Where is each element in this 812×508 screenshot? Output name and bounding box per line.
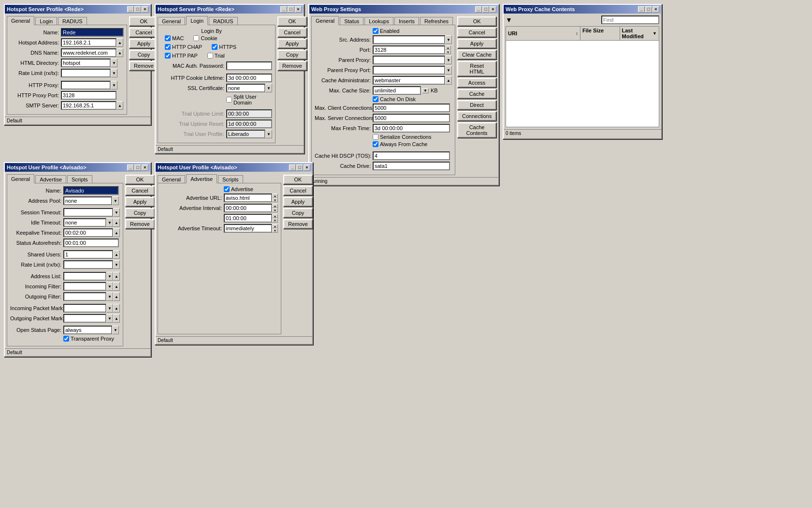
hug-address-list-scroll-btn[interactable]: ▲ [113,272,120,281]
trial-checkbox[interactable] [207,53,213,59]
hug-incoming-packet-mark-dropdown[interactable]: ▼ [106,304,113,313]
max-server-conn-input[interactable] [373,114,450,122]
apply-button-2[interactable]: Apply [277,39,307,48]
cache-contents-button[interactable]: Cache Contents [457,122,496,138]
tab-inserts-wp[interactable]: Inserts [394,17,419,25]
hug-incoming-filter-input[interactable] [63,282,106,291]
trial-user-profile-dropdown[interactable]: ▼ [265,130,272,138]
close-btn-3[interactable]: × [490,6,496,13]
hua-advertise-url-down-btn[interactable]: ▼ [272,198,278,202]
ok-button-wp[interactable]: OK [457,16,496,26]
dns-name-input[interactable] [61,48,116,57]
parent-proxy-dropdown[interactable]: ▼ [445,56,452,64]
dns-name-scroll-btn[interactable]: ▲ [116,48,123,57]
connections-button[interactable]: Connections [457,111,496,121]
hug-incoming-filter-scroll-btn[interactable]: ▲ [113,282,120,291]
reset-html-button[interactable]: Reset HTML [457,61,496,76]
tab-status-wp[interactable]: Status [340,17,363,25]
parent-proxy-port-input[interactable] [373,66,445,75]
minimize-btn-4[interactable]: _ [638,6,645,13]
apply-button-wp[interactable]: Apply [457,39,496,48]
enabled-checkbox[interactable] [373,28,378,34]
hug-incoming-filter-dropdown[interactable]: ▼ [106,282,113,291]
maximize-btn-4[interactable]: □ [645,6,652,13]
ok-button[interactable]: OK [129,16,159,26]
close-btn-5[interactable]: × [142,164,148,171]
tab-login-2[interactable]: Login [186,16,208,25]
hua-advertise-url-input[interactable] [224,194,272,202]
hug-name-input[interactable] [63,186,119,195]
apply-button[interactable]: Apply [129,39,159,48]
clear-cache-button[interactable]: Clear Cache [457,50,496,60]
port-down-btn[interactable]: ▼ [445,50,451,54]
tab-advertise-hug[interactable]: Advertise [35,175,66,183]
close-btn[interactable]: × [142,6,148,13]
trial-user-profile-input[interactable] [226,130,265,138]
cache-hit-dscp-input[interactable] [373,151,450,160]
close-btn-6[interactable]: × [304,164,310,171]
minimize-btn-6[interactable]: _ [289,164,296,171]
hug-outgoing-filter-input[interactable] [63,292,106,301]
hug-idle-timeout-scroll-btn[interactable]: ▲ [113,218,120,227]
ok-button-hua[interactable]: OK [283,175,313,184]
port-input[interactable] [373,45,445,54]
http-proxy-input[interactable] [61,81,111,90]
hua-advertise-interval-down-btn[interactable]: ▼ [272,208,278,212]
tab-scripts-hug[interactable]: Scripts [67,175,92,183]
apply-button-hug[interactable]: Apply [125,197,155,207]
http-chap-checkbox[interactable] [165,44,171,50]
hug-open-status-page-dropdown[interactable]: ▼ [112,326,119,334]
access-button[interactable]: Access [457,78,496,88]
copy-button-2[interactable]: Copy [277,50,307,60]
tab-advertise-hua[interactable]: Advertise [186,174,217,183]
maximize-btn-5[interactable]: □ [134,164,141,171]
ok-button-2[interactable]: OK [277,16,307,26]
always-from-cache-checkbox[interactable] [373,141,378,147]
trial-uptime-reset-input[interactable] [226,120,272,128]
tab-scripts-hua[interactable]: Scripts [218,175,243,183]
hotspot-address-input[interactable] [61,38,116,47]
serialize-conn-checkbox[interactable] [373,134,378,140]
hua-advertise-interval-up-btn[interactable]: ▲ [272,204,278,208]
rate-limit-dropdown[interactable]: ▼ [111,69,117,77]
http-pap-checkbox[interactable] [165,53,171,59]
hug-open-status-page-input[interactable] [63,326,112,334]
max-cache-size-input[interactable] [373,86,421,95]
cache-admin-input[interactable] [373,76,445,85]
tab-radius[interactable]: RADIUS [58,17,87,25]
hug-incoming-packet-mark-scroll-btn[interactable]: ▲ [113,304,120,313]
filter-icon[interactable]: ▼ [506,16,512,24]
max-fresh-time-input[interactable] [373,124,450,133]
tab-general-hug[interactable]: General [7,174,34,183]
ok-button-hug[interactable]: OK [125,175,155,184]
hug-status-autorefresh-input[interactable] [63,239,119,247]
minimize-btn-2[interactable]: _ [280,6,287,13]
hug-idle-timeout-dropdown[interactable]: ▼ [106,218,113,227]
cache-button[interactable]: Cache [457,89,496,99]
cancel-button-wp[interactable]: Cancel [457,28,496,37]
max-client-conn-input[interactable] [373,104,450,112]
hua-advertise-timeout-down-btn[interactable]: ▼ [272,228,278,233]
hug-outgoing-packet-mark-dropdown[interactable]: ▼ [106,314,113,323]
close-btn-4[interactable]: × [652,6,659,13]
trial-uptime-limit-input[interactable] [226,109,272,118]
hug-outgoing-filter-scroll-btn[interactable]: ▲ [113,292,120,301]
hua-advertise-interval2-up-btn[interactable]: ▲ [272,214,278,218]
ssl-cert-input[interactable] [226,84,265,92]
hug-rate-limit-dropdown[interactable]: ▼ [113,260,120,269]
tab-general-hua[interactable]: General [158,175,185,183]
maximize-btn-3[interactable]: □ [482,6,489,13]
maximize-btn[interactable]: □ [134,6,141,13]
hug-keepalive-timeout-input[interactable] [63,228,113,237]
tab-lookups-wp[interactable]: Lookups [364,17,393,25]
hua-advertise-timeout-input[interactable] [224,224,272,233]
port-up-btn[interactable]: ▲ [445,45,451,50]
hua-advertise-checkbox[interactable] [224,186,230,192]
remove-button[interactable]: Remove [129,61,159,71]
remove-button-hug[interactable]: Remove [125,219,155,229]
hug-outgoing-packet-mark-input[interactable] [63,314,106,323]
smtp-server-scroll-btn[interactable]: ▲ [116,101,123,110]
hua-advertise-interval-input[interactable] [224,204,272,212]
http-proxy-port-input[interactable] [61,91,116,100]
tab-login[interactable]: Login [35,17,57,25]
